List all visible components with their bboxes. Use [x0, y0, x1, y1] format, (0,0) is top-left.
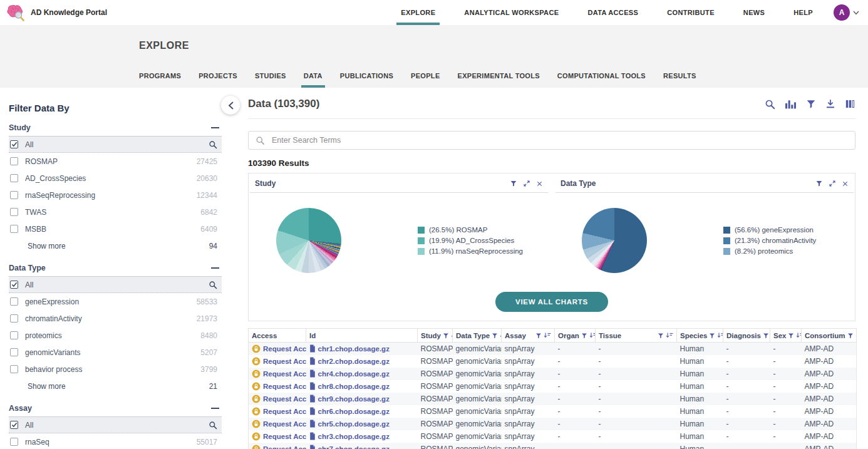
study-pie-chart[interactable] [276, 208, 341, 273]
file-link[interactable]: chr9.chop.dosage.gz [309, 395, 415, 403]
filter-option-ad-crossspecies[interactable]: AD_CrossSpecies20630 [9, 170, 222, 187]
request-access-link[interactable]: Request Access [252, 420, 303, 428]
download-icon[interactable] [825, 99, 835, 109]
file-link[interactable]: chr8.chop.dosage.gz [309, 382, 415, 390]
checkbox-unchecked-icon[interactable] [10, 157, 18, 165]
filter-option-chromatinactivity[interactable]: chromatinActivity21973 [9, 310, 222, 327]
filter-option-genomicvariants[interactable]: genomicVariants5207 [9, 344, 222, 361]
column-filter-icon[interactable] [581, 333, 587, 339]
data-type-pie-chart[interactable] [582, 208, 647, 273]
column-header-study[interactable]: Study [418, 329, 453, 343]
checkbox-unchecked-icon[interactable] [10, 191, 18, 199]
column-header-consortium[interactable]: Consortium [802, 329, 857, 343]
column-filter-icon[interactable] [492, 333, 498, 339]
expand-icon[interactable] [523, 180, 530, 187]
request-access-link[interactable]: Request Access [252, 382, 303, 391]
search-filter-icon[interactable] [209, 421, 217, 430]
file-link[interactable]: chr3.chop.dosage.gz [309, 432, 415, 440]
column-header-assay[interactable]: Assay [502, 329, 555, 343]
column-header-diagnosis[interactable]: Diagnosis [723, 329, 770, 343]
column-filter-icon[interactable] [709, 333, 715, 339]
tab-people[interactable]: PEOPLE [402, 66, 448, 88]
user-menu[interactable]: A [834, 4, 859, 21]
tab-computational-tools[interactable]: COMPUTATIONAL TOOLS [549, 66, 654, 88]
file-link[interactable]: chr7.chop.dosage.gz [309, 445, 415, 449]
file-link[interactable]: chr4.chop.dosage.gz [309, 369, 415, 378]
tab-programs[interactable]: PROGRAMS [130, 66, 190, 88]
checkbox-unchecked-icon[interactable] [10, 208, 18, 216]
tab-data[interactable]: DATA [295, 66, 331, 88]
column-header-id[interactable]: Id [306, 329, 418, 343]
request-access-link[interactable]: Request Access [252, 432, 303, 441]
collapse-section-icon[interactable] [211, 408, 219, 409]
checkbox-unchecked-icon[interactable] [10, 225, 18, 233]
checkbox-checked-icon[interactable] [10, 140, 18, 148]
column-header-organ[interactable]: Organ [555, 329, 596, 343]
top-nav-explore[interactable]: EXPLORE [386, 0, 450, 25]
column-header-data-type[interactable]: Data Type [453, 329, 502, 343]
search-filter-icon[interactable] [209, 281, 217, 289]
checkbox-unchecked-icon[interactable] [10, 365, 18, 373]
expand-icon[interactable] [829, 180, 836, 187]
filter-option-msbb[interactable]: MSBB6409 [9, 220, 222, 237]
column-sort-icon[interactable] [589, 332, 596, 339]
filter-option-rnaseq[interactable]: rnaSeq55017 [9, 433, 222, 449]
collapse-section-icon[interactable] [211, 127, 219, 128]
filter-option-behavior-process[interactable]: behavior process3799 [9, 361, 222, 378]
filter-option-rosmap[interactable]: ROSMAP27425 [9, 153, 222, 170]
column-filter-icon[interactable] [535, 333, 542, 339]
column-header-tissue[interactable]: Tissue [596, 329, 677, 343]
top-nav-data-access[interactable]: DATA ACCESS [573, 0, 653, 25]
filter-option-rnaseqreprocessing[interactable]: rnaSeqReprocessing12344 [9, 187, 222, 204]
checkbox-unchecked-icon[interactable] [10, 438, 18, 446]
collapse-section-icon[interactable] [211, 267, 219, 269]
top-nav-help[interactable]: HELP [779, 0, 827, 25]
columns-icon[interactable] [845, 99, 855, 109]
request-access-link[interactable]: Request Access [252, 407, 303, 416]
column-sort-icon[interactable] [717, 332, 723, 339]
checkbox-checked-icon[interactable] [10, 421, 18, 429]
file-link[interactable]: chr2.chop.dosage.gz [309, 357, 415, 365]
checkbox-checked-icon[interactable] [10, 281, 18, 289]
request-access-link[interactable]: Request Access [252, 369, 303, 378]
filter-option-twas[interactable]: TWAS6842 [9, 204, 222, 220]
column-header-species[interactable]: Species [677, 329, 723, 343]
close-icon[interactable] [842, 180, 849, 187]
search-input[interactable] [271, 135, 848, 145]
filter-icon[interactable] [815, 180, 823, 187]
column-filter-icon[interactable] [443, 333, 449, 339]
bar-chart-icon[interactable] [785, 99, 797, 110]
file-link[interactable]: chr6.chop.dosage.gz [309, 407, 415, 415]
file-link[interactable]: chr1.chop.dosage.gz [309, 344, 415, 353]
request-access-link[interactable]: Request Access [252, 357, 303, 366]
column-filter-icon[interactable] [847, 333, 854, 339]
filter-option-all[interactable]: All [9, 417, 222, 433]
tab-publications[interactable]: PUBLICATIONS [331, 66, 402, 88]
column-sort-icon[interactable] [666, 332, 673, 339]
request-access-link[interactable]: Request Access [252, 344, 303, 353]
tab-projects[interactable]: PROJECTS [190, 66, 246, 88]
column-sort-icon[interactable] [544, 332, 551, 339]
checkbox-unchecked-icon[interactable] [10, 297, 18, 306]
search-icon[interactable] [765, 99, 775, 110]
column-filter-icon[interactable] [658, 333, 664, 339]
show-more-link[interactable]: Show more21 [9, 378, 222, 395]
filter-option-proteomics[interactable]: proteomics8480 [9, 327, 222, 344]
sidebar-collapse-button[interactable] [221, 96, 240, 115]
top-nav-analytical-workspace[interactable]: ANALYTICAL WORKSPACE [450, 0, 573, 25]
checkbox-unchecked-icon[interactable] [10, 348, 18, 356]
request-access-link[interactable]: Request Access [252, 445, 303, 449]
checkbox-unchecked-icon[interactable] [10, 331, 18, 339]
close-icon[interactable] [536, 180, 543, 187]
view-all-charts-button[interactable]: VIEW ALL CHARTS [495, 292, 608, 312]
filter-option-all[interactable]: All [9, 137, 222, 153]
tab-experimental-tools[interactable]: EXPERIMENTAL TOOLS [449, 66, 549, 88]
column-filter-icon[interactable] [788, 333, 794, 339]
column-header-sex[interactable]: Sex [770, 329, 802, 343]
filter-icon[interactable] [806, 99, 816, 109]
column-header-access[interactable]: Access [249, 329, 306, 343]
checkbox-unchecked-icon[interactable] [10, 314, 18, 323]
tab-results[interactable]: RESULTS [654, 66, 705, 88]
show-more-link[interactable]: Show more94 [9, 237, 222, 254]
top-nav-news[interactable]: NEWS [729, 0, 779, 25]
